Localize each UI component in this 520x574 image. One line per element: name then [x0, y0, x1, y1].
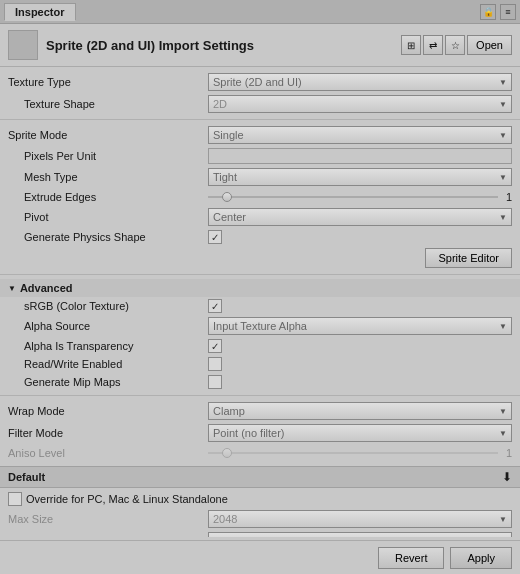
mesh-type-dropdown[interactable]: Tight ▼: [208, 168, 512, 186]
sprite-mode-value[interactable]: Single ▼: [208, 126, 512, 144]
mip-maps-label: Generate Mip Maps: [8, 376, 208, 388]
bottom-bar: Revert Apply: [0, 540, 520, 574]
srgb-checkbox[interactable]: [208, 299, 222, 313]
alpha-source-dropdown[interactable]: Input Texture Alpha ▼: [208, 317, 512, 335]
advanced-section-header[interactable]: ▼ Advanced: [0, 279, 520, 297]
resize-algorithm-dropdown[interactable]: Mitchell ▼: [208, 532, 512, 537]
sprite-mode-dropdown[interactable]: Single ▼: [208, 126, 512, 144]
texture-type-dropdown[interactable]: Sprite (2D and UI) ▼: [208, 73, 512, 91]
platform-title: Default: [8, 471, 45, 483]
max-size-row: Max Size 2048 ▼: [0, 508, 520, 530]
sprite-mode-label: Sprite Mode: [8, 129, 208, 141]
divider2: [0, 274, 520, 275]
alpha-transparency-label: Alpha Is Transparency: [8, 340, 208, 352]
chevron-down-icon: ▼: [499, 515, 507, 524]
extrude-edges-label: Extrude Edges: [8, 191, 208, 203]
slider-thumb[interactable]: [222, 192, 232, 202]
max-size-dropdown[interactable]: 2048 ▼: [208, 510, 512, 528]
mesh-type-row: Mesh Type Tight ▼: [0, 166, 520, 188]
divider3: [0, 395, 520, 396]
open-button[interactable]: Open: [467, 35, 512, 55]
header: Sprite (2D and UI) Import Settings ⊞ ⇄ ☆…: [0, 24, 520, 67]
read-write-label: Read/Write Enabled: [8, 358, 208, 370]
title-bar: Inspector 🔒 ≡: [0, 0, 520, 24]
alpha-transparency-row: Alpha Is Transparency: [0, 337, 520, 355]
resize-algorithm-row: Resize Algorithm Mitchell ▼: [0, 530, 520, 537]
generate-physics-shape-value: [208, 230, 512, 244]
srgb-label: sRGB (Color Texture): [8, 300, 208, 312]
aniso-level-label: Aniso Level: [8, 447, 208, 459]
alpha-source-value[interactable]: Input Texture Alpha ▼: [208, 317, 512, 335]
aniso-level-slider-container: 1: [208, 447, 512, 459]
lock-icon[interactable]: 🔒: [480, 4, 496, 20]
mesh-type-value[interactable]: Tight ▼: [208, 168, 512, 186]
sprite-editor-button[interactable]: Sprite Editor: [425, 248, 512, 268]
texture-shape-row: Texture Shape 2D ▼: [0, 93, 520, 115]
wrap-mode-dropdown[interactable]: Clamp ▼: [208, 402, 512, 420]
download-icon[interactable]: ⬇: [502, 470, 512, 484]
title-icons: 🔒 ≡: [480, 4, 516, 20]
srgb-value: [208, 299, 512, 313]
pivot-row: Pivot Center ▼: [0, 206, 520, 228]
switch-icon[interactable]: ⇄: [423, 35, 443, 55]
texture-shape-dropdown[interactable]: 2D ▼: [208, 95, 512, 113]
apply-button[interactable]: Apply: [450, 547, 512, 569]
texture-shape-value[interactable]: 2D ▼: [208, 95, 512, 113]
generate-physics-shape-checkbox[interactable]: [208, 230, 222, 244]
aniso-level-slider[interactable]: [208, 452, 498, 454]
texture-type-value[interactable]: Sprite (2D and UI) ▼: [208, 73, 512, 91]
srgb-row: sRGB (Color Texture): [0, 297, 520, 315]
menu-icon[interactable]: ≡: [500, 4, 516, 20]
alpha-source-row: Alpha Source Input Texture Alpha ▼: [0, 315, 520, 337]
sprite-mode-row: Sprite Mode Single ▼: [0, 124, 520, 146]
resize-algorithm-value[interactable]: Mitchell ▼: [208, 532, 512, 537]
filter-mode-dropdown[interactable]: Point (no filter) ▼: [208, 424, 512, 442]
divider1: [0, 119, 520, 120]
read-write-value: [208, 357, 512, 371]
read-write-checkbox[interactable]: [208, 357, 222, 371]
pixels-per-unit-input[interactable]: 4: [208, 148, 512, 164]
filter-mode-row: Filter Mode Point (no filter) ▼: [0, 422, 520, 444]
alpha-transparency-value: [208, 339, 512, 353]
extrude-edges-row: Extrude Edges 1: [0, 188, 520, 206]
override-row: Override for PC, Mac & Linux Standalone: [0, 488, 520, 508]
header-title: Sprite (2D and UI) Import Settings: [46, 38, 401, 53]
chevron-down-icon: ▼: [499, 173, 507, 182]
chevron-down-icon: ▼: [499, 322, 507, 331]
mip-maps-value: [208, 375, 512, 389]
override-checkbox[interactable]: [8, 492, 22, 506]
alpha-transparency-checkbox[interactable]: [208, 339, 222, 353]
grid-icon[interactable]: ⊞: [401, 35, 421, 55]
mip-maps-checkbox[interactable]: [208, 375, 222, 389]
collapse-icon: ▼: [8, 284, 16, 293]
generate-physics-shape-row: Generate Physics Shape: [0, 228, 520, 246]
asset-icon: [8, 30, 38, 60]
chevron-down-icon: ▼: [499, 78, 507, 87]
chevron-down-icon: ▼: [499, 100, 507, 109]
inspector-tab-label: Inspector: [15, 6, 65, 18]
texture-type-label: Texture Type: [8, 76, 208, 88]
override-container: Override for PC, Mac & Linux Standalone: [8, 492, 228, 506]
slider-thumb[interactable]: [222, 448, 232, 458]
max-size-label: Max Size: [8, 513, 208, 525]
pivot-value[interactable]: Center ▼: [208, 208, 512, 226]
extrude-edges-slider[interactable]: [208, 196, 498, 198]
main-content: Texture Type Sprite (2D and UI) ▼ Textur…: [0, 67, 520, 537]
inspector-tab[interactable]: Inspector: [4, 3, 76, 21]
read-write-row: Read/Write Enabled: [0, 355, 520, 373]
pixels-per-unit-value: 4: [208, 148, 512, 164]
chevron-down-icon: ▼: [499, 537, 507, 538]
star-icon[interactable]: ☆: [445, 35, 465, 55]
filter-mode-value[interactable]: Point (no filter) ▼: [208, 424, 512, 442]
sprite-editor-container: Sprite Editor: [0, 246, 520, 270]
max-size-value[interactable]: 2048 ▼: [208, 510, 512, 528]
revert-button[interactable]: Revert: [378, 547, 444, 569]
advanced-section-title: Advanced: [20, 282, 73, 294]
wrap-mode-value[interactable]: Clamp ▼: [208, 402, 512, 420]
aniso-level-row: Aniso Level 1: [0, 444, 520, 462]
pivot-dropdown[interactable]: Center ▼: [208, 208, 512, 226]
resize-algorithm-label: Resize Algorithm: [8, 535, 208, 537]
chevron-down-icon: ▼: [499, 429, 507, 438]
filter-mode-label: Filter Mode: [8, 427, 208, 439]
chevron-down-icon: ▼: [499, 131, 507, 140]
